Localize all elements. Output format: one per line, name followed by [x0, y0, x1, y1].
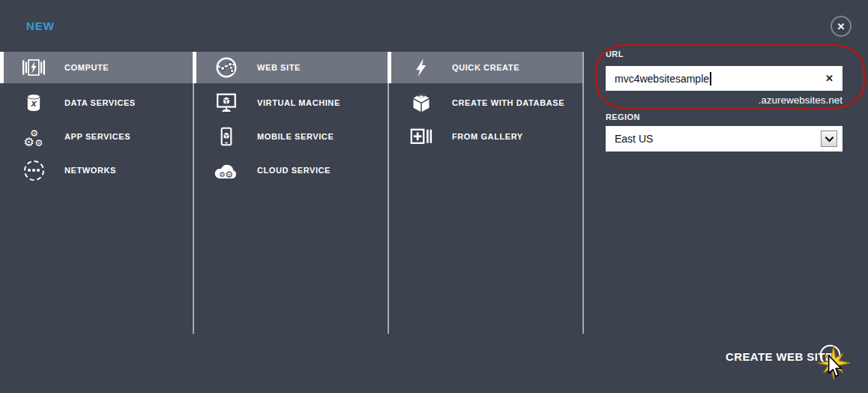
- region-select[interactable]: East US: [606, 126, 843, 152]
- text-caret: [710, 72, 711, 86]
- url-input[interactable]: mvc4websitesample ✕: [606, 66, 843, 91]
- menu-item-label: CLOUD SERVICE: [257, 154, 331, 186]
- menu-item-from-gallery[interactable]: FROM GALLERY: [388, 121, 582, 152]
- menu-item-label: NETWORKS: [64, 154, 116, 186]
- website-globe-icon: [214, 55, 239, 80]
- column-divider: [582, 52, 584, 334]
- url-domain-suffix: .azurewebsites.net: [606, 94, 843, 106]
- clear-input-icon[interactable]: ✕: [825, 66, 834, 91]
- quick-create-bolt-icon: [409, 55, 434, 80]
- svg-text:⚙: ⚙: [225, 170, 233, 180]
- menu-item-web-site[interactable]: WEB SITE: [193, 52, 388, 83]
- menu-item-compute[interactable]: COMPUTE: [0, 52, 193, 83]
- menu-item-networks[interactable]: NETWORKS: [0, 154, 193, 186]
- menu-item-label: VIRTUAL MACHINE: [257, 87, 340, 118]
- menu-item-label: APP SERVICES: [64, 121, 130, 152]
- selection-bar: [388, 52, 391, 83]
- menu-item-label: FROM GALLERY: [452, 121, 523, 152]
- mobile-service-icon: [214, 124, 239, 149]
- url-field-label: URL: [606, 50, 624, 58]
- compute-icon: [21, 55, 46, 80]
- selection-bar: [0, 52, 4, 83]
- menu-item-label: CREATE WITH DATABASE: [452, 87, 564, 118]
- menu-item-mobile-service[interactable]: MOBILE SERVICE: [193, 121, 388, 152]
- menu-item-label: MOBILE SERVICE: [257, 121, 334, 152]
- gears-icon: ⚙ ⚙ ⚙: [21, 124, 46, 149]
- create-with-database-icon: [409, 90, 434, 116]
- menu-item-label: WEB SITE: [257, 52, 301, 83]
- svg-text:⚙: ⚙: [23, 135, 34, 148]
- new-item-dialog: NEW ✕ COMPUTE x DATA SERVICES: [0, 0, 868, 393]
- menu-item-app-services[interactable]: ⚙ ⚙ ⚙ APP SERVICES: [0, 121, 193, 152]
- menu-item-label: QUICK CREATE: [452, 52, 519, 83]
- create-confirm-check-icon[interactable]: [819, 344, 841, 369]
- close-icon: ✕: [837, 21, 846, 32]
- selection-bar: [193, 52, 196, 83]
- menu-item-data-services[interactable]: x DATA SERVICES: [0, 87, 193, 118]
- menu-item-virtual-machine[interactable]: VIRTUAL MACHINE: [193, 87, 388, 118]
- virtual-machine-icon: [214, 90, 239, 116]
- menu-item-quick-create[interactable]: QUICK CREATE: [388, 52, 582, 83]
- chevron-down-icon[interactable]: [821, 130, 837, 147]
- menu-item-cloud-service[interactable]: ⚙ ⚙ CLOUD SERVICE: [193, 154, 388, 186]
- from-gallery-icon: [409, 124, 434, 149]
- region-field-label: REGION: [606, 112, 640, 122]
- cloud-service-icon: ⚙ ⚙: [214, 158, 239, 183]
- database-icon: x: [21, 90, 46, 116]
- region-selected-value: East US: [615, 133, 653, 145]
- network-dashed-circle-icon: [21, 158, 46, 183]
- menu-item-create-with-database[interactable]: CREATE WITH DATABASE: [388, 87, 582, 118]
- create-web-site-button[interactable]: CREATE WEB SITE: [726, 350, 833, 363]
- close-button[interactable]: ✕: [831, 16, 852, 37]
- menu-item-label: COMPUTE: [64, 52, 109, 83]
- dialog-title: NEW: [26, 20, 55, 32]
- menu-item-label: DATA SERVICES: [64, 87, 136, 118]
- svg-text:⚙: ⚙: [34, 138, 43, 148]
- svg-text:x: x: [30, 98, 37, 109]
- url-input-value: mvc4websitesample: [615, 73, 709, 85]
